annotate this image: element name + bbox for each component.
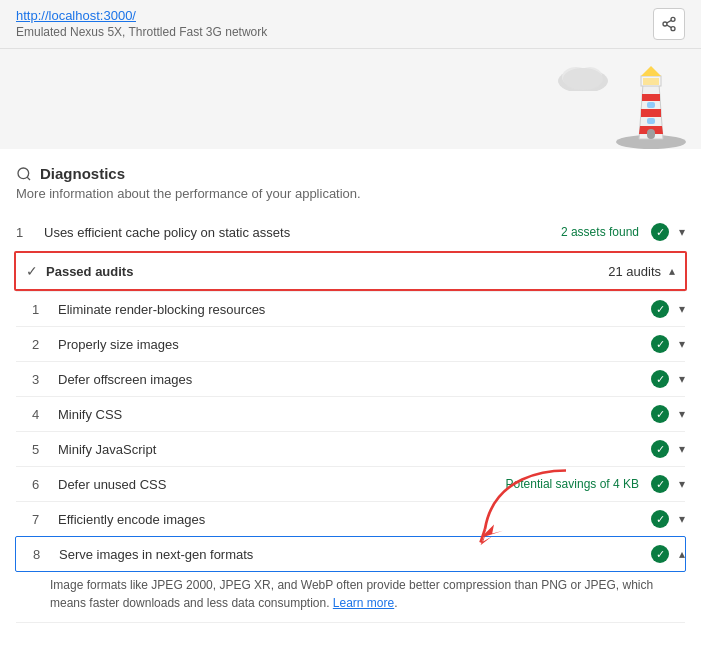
item-number-4: 4 xyxy=(32,407,50,422)
share-button[interactable] xyxy=(653,8,685,40)
svg-point-1 xyxy=(663,22,667,26)
static-cache-label: Uses efficient cache policy on static as… xyxy=(44,225,553,240)
diagnostics-title: Diagnostics xyxy=(40,165,125,182)
item-label-3: Defer offscreen images xyxy=(58,372,643,387)
chevron-down-5[interactable]: ▾ xyxy=(679,442,685,456)
svg-line-3 xyxy=(667,25,672,28)
passed-audits-label: Passed audits xyxy=(46,264,608,279)
chevron-down-7[interactable]: ▾ xyxy=(679,512,685,526)
row8-learn-more-link[interactable]: Learn more xyxy=(333,596,394,610)
svg-marker-12 xyxy=(641,109,661,117)
item-label-6: Defer unused CSS xyxy=(58,477,498,492)
row8-period: . xyxy=(394,596,397,610)
green-check-5: ✓ xyxy=(651,440,669,458)
item-number-7: 7 xyxy=(32,512,50,527)
green-check-4: ✓ xyxy=(651,405,669,423)
svg-point-8 xyxy=(563,68,603,90)
svg-rect-16 xyxy=(643,78,659,85)
item-number-1: 1 xyxy=(32,302,50,317)
static-cache-meta: 2 assets found xyxy=(561,225,639,239)
diagnostics-section: Diagnostics More information about the p… xyxy=(0,149,701,201)
item-number-8: 8 xyxy=(33,547,51,562)
chevron-down-2[interactable]: ▾ xyxy=(679,337,685,351)
item-number-5: 5 xyxy=(32,442,50,457)
item-label-2: Properly size images xyxy=(58,337,643,352)
svg-point-0 xyxy=(671,17,675,21)
green-check-icon: ✓ xyxy=(651,223,669,241)
chevron-up-icon[interactable]: ▴ xyxy=(669,264,675,278)
item-label-8: Serve images in next-gen formats xyxy=(59,547,643,562)
savings-6: Potential savings of 4 KB xyxy=(506,477,639,491)
green-check-6: ✓ xyxy=(651,475,669,493)
svg-point-2 xyxy=(671,27,675,31)
audit-item-5: 5 Minify JavaScript ✓ ▾ xyxy=(16,431,685,466)
static-cache-row: 1 Uses efficient cache policy on static … xyxy=(16,213,685,251)
url-link[interactable]: http://localhost:3000/ xyxy=(16,8,267,23)
passed-check-icon: ✓ xyxy=(26,263,38,279)
passed-audits-header[interactable]: ✓ Passed audits 21 audits ▴ xyxy=(14,251,687,291)
item-number-6: 6 xyxy=(32,477,50,492)
cloud-icon xyxy=(556,61,611,91)
diagnostics-content: 1 Uses efficient cache policy on static … xyxy=(0,213,701,623)
chevron-down-6[interactable]: ▾ xyxy=(679,477,685,491)
item-label-5: Minify JavaScript xyxy=(58,442,643,457)
svg-line-4 xyxy=(667,20,672,23)
item-number-3: 3 xyxy=(32,372,50,387)
chevron-up-8[interactable]: ▴ xyxy=(679,547,685,561)
passed-audits-count: 21 audits xyxy=(608,264,661,279)
device-info: Emulated Nexus 5X, Throttled Fast 3G net… xyxy=(16,25,267,39)
audit-item-4: 4 Minify CSS ✓ ▾ xyxy=(16,396,685,431)
top-bar-left: http://localhost:3000/ Emulated Nexus 5X… xyxy=(16,8,267,39)
header-graphic xyxy=(0,49,701,149)
svg-marker-13 xyxy=(642,94,660,101)
green-check-2: ✓ xyxy=(651,335,669,353)
item-label-1: Eliminate render-blocking resources xyxy=(58,302,643,317)
svg-point-20 xyxy=(18,168,29,179)
search-icon xyxy=(16,166,32,182)
chevron-down-icon[interactable]: ▾ xyxy=(679,225,685,239)
chevron-down-1[interactable]: ▾ xyxy=(679,302,685,316)
top-bar: http://localhost:3000/ Emulated Nexus 5X… xyxy=(0,0,701,49)
lighthouse-icon xyxy=(611,54,691,149)
chevron-down-4[interactable]: ▾ xyxy=(679,407,685,421)
svg-line-21 xyxy=(27,177,30,180)
audit-item-8: 8 Serve images in next-gen formats ✓ ▴ xyxy=(15,536,686,572)
arrow-container: 8 Serve images in next-gen formats ✓ ▴ xyxy=(16,536,685,572)
top-bar-right xyxy=(653,8,685,40)
item-label-7: Efficiently encode images xyxy=(58,512,643,527)
section-header: Diagnostics xyxy=(16,165,685,182)
green-check-1: ✓ xyxy=(651,300,669,318)
svg-rect-19 xyxy=(647,118,655,124)
svg-rect-17 xyxy=(647,129,655,139)
audit-item-6: 6 Defer unused CSS Potential savings of … xyxy=(16,466,685,501)
item-label-4: Minify CSS xyxy=(58,407,643,422)
chevron-down-3[interactable]: ▾ xyxy=(679,372,685,386)
svg-marker-15 xyxy=(641,66,661,76)
static-cache-number: 1 xyxy=(16,225,36,240)
item-number-2: 2 xyxy=(32,337,50,352)
svg-rect-18 xyxy=(647,102,655,108)
row8-description: Image formats like JPEG 2000, JPEG XR, a… xyxy=(16,572,685,623)
audit-item-2: 2 Properly size images ✓ ▾ xyxy=(16,326,685,361)
audit-item-1: 1 Eliminate render-blocking resources ✓ … xyxy=(16,291,685,326)
diagnostics-subtitle: More information about the performance o… xyxy=(16,186,685,201)
green-check-8: ✓ xyxy=(651,545,669,563)
audit-item-3: 3 Defer offscreen images ✓ ▾ xyxy=(16,361,685,396)
green-check-3: ✓ xyxy=(651,370,669,388)
audit-item-7: 7 Efficiently encode images ✓ ▾ xyxy=(16,501,685,536)
green-check-7: ✓ xyxy=(651,510,669,528)
